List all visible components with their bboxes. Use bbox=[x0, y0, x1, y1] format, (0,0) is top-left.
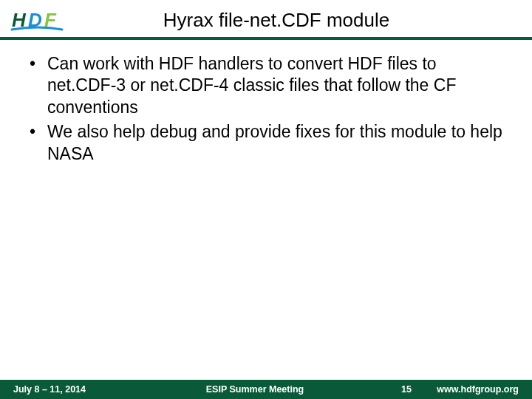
list-item: We also help debug and provide fixes for… bbox=[27, 121, 505, 165]
footer-date: July 8 – 11, 2014 bbox=[0, 384, 126, 395]
slide-title: Hyrax file-net.CDF module bbox=[75, 9, 522, 32]
slide-header: H D F Hyrax file-net.CDF module bbox=[0, 0, 532, 35]
list-item: Can work with HDF handlers to convert HD… bbox=[27, 53, 505, 118]
bullet-list: Can work with HDF handlers to convert HD… bbox=[27, 53, 505, 165]
slide-footer: July 8 – 11, 2014 ESIP Summer Meeting 15… bbox=[0, 380, 532, 399]
slide-content: Can work with HDF handlers to convert HD… bbox=[0, 40, 532, 165]
footer-page-number: 15 bbox=[384, 384, 429, 395]
hdf-logo: H D F bbox=[10, 7, 66, 33]
footer-event: ESIP Summer Meeting bbox=[126, 384, 384, 395]
footer-url: www.hdfgroup.org bbox=[429, 384, 532, 395]
